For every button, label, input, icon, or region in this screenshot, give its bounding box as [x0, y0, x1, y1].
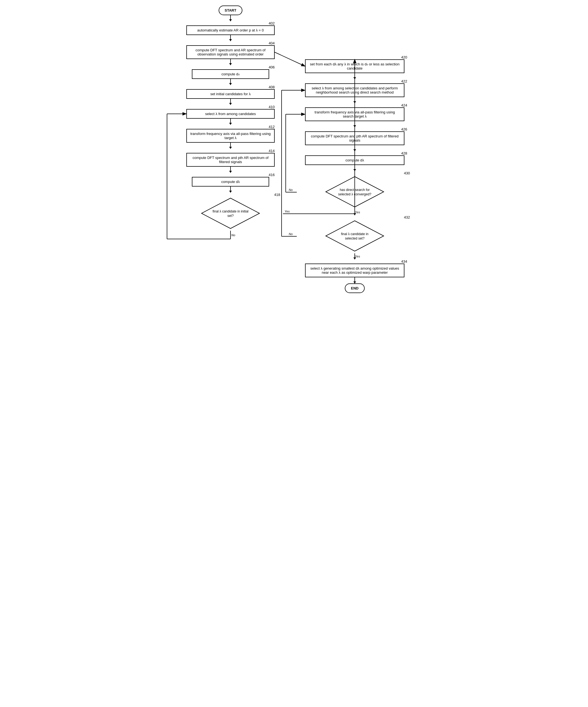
node-430: has direct search for selected λ converg… — [297, 175, 413, 209]
text-424: transform frequency axis via all-pass fi… — [315, 110, 395, 119]
text-414: compute DFT spectrum and pth AR spectrum… — [192, 156, 268, 164]
left-column: START 402 automatically estimate AR orde… — [178, 5, 283, 231]
label-422: 422 — [297, 79, 407, 83]
start-label: START — [225, 8, 236, 12]
process-422: select λ from among selection candidates… — [305, 83, 404, 97]
label-428: 428 — [297, 151, 407, 155]
node-422: select λ from among selection candidates… — [297, 83, 413, 97]
node-418: final λ candidate in initial set? — [178, 197, 283, 231]
right-column: 420 set from each dλ any λ in which is d… — [297, 55, 413, 293]
process-416: compute dλ — [192, 177, 269, 187]
label-410: 410 — [178, 105, 275, 109]
node-434: select λ generating smallest dλ among op… — [297, 264, 413, 277]
text-426: compute DFT spectrum and pth AR spectrum… — [311, 134, 399, 142]
node-406: compute d₀ — [178, 69, 283, 79]
process-406: compute d₀ — [192, 69, 269, 79]
label-402: 402 — [178, 21, 275, 25]
label-406: 406 — [178, 65, 275, 69]
process-412: transform frequency axis via all-pass fi… — [186, 129, 275, 143]
svg-text:No: No — [231, 233, 235, 237]
svg-text:Yes: Yes — [285, 210, 290, 213]
process-428: compute dλ — [305, 155, 404, 165]
text-432: final λ candidate in selected set? — [335, 232, 374, 241]
label-432: 432 — [297, 215, 410, 220]
text-430: has direct search for selected λ converg… — [335, 188, 374, 197]
process-414: compute DFT spectrum and pth AR spectrum… — [186, 153, 275, 167]
text-404: compute DFT spectrum and AR spectrum of … — [195, 48, 265, 56]
node-432: final λ candidate in selected set? — [297, 220, 413, 253]
start-node: START — [178, 5, 283, 15]
text-416: compute dλ — [221, 180, 240, 184]
label-420: 420 — [297, 55, 407, 59]
label-416: 416 — [178, 173, 275, 177]
node-424: transform frequency axis via all-pass fi… — [297, 107, 413, 121]
process-434: select λ generating smallest dλ among op… — [305, 264, 404, 277]
label-418: 418 — [178, 193, 280, 197]
node-404: compute DFT spectrum and AR spectrum of … — [178, 45, 283, 59]
text-406: compute d₀ — [221, 72, 240, 76]
label-404: 404 — [178, 41, 275, 45]
end-terminal: END — [345, 283, 364, 293]
label-414: 414 — [178, 149, 275, 153]
start-terminal: START — [219, 5, 242, 15]
label-408: 408 — [178, 85, 275, 89]
text-434: select λ generating smallest dλ among op… — [310, 266, 399, 275]
node-416: compute dλ — [178, 177, 283, 187]
text-410: select λ from among candidates — [205, 112, 256, 116]
text-428: compute dλ — [345, 158, 364, 162]
label-412: 412 — [178, 125, 275, 129]
text-412: transform frequency axis via all-pass fi… — [190, 132, 270, 140]
label-434: 434 — [297, 259, 407, 264]
node-402: automatically estimate AR order p at λ =… — [178, 25, 283, 35]
process-404: compute DFT spectrum and AR spectrum of … — [186, 45, 275, 59]
process-402: automatically estimate AR order p at λ =… — [186, 25, 275, 35]
node-408: set initial candidates for λ — [178, 89, 283, 99]
text-402: automatically estimate AR order p at λ =… — [197, 28, 264, 32]
text-408: set initial candidates for λ — [210, 92, 251, 96]
process-420: set from each dλ any λ in which is d₀ or… — [305, 59, 404, 73]
process-408: set initial candidates for λ — [186, 89, 275, 99]
text-422: select λ from among selection candidates… — [312, 86, 398, 94]
process-410: select λ from among candidates — [186, 109, 275, 119]
label-430: 430 — [297, 171, 410, 175]
label-426: 426 — [297, 127, 407, 131]
process-426: compute DFT spectrum and pth AR spectrum… — [305, 131, 404, 145]
svg-text:No: No — [289, 188, 293, 192]
node-420: set from each dλ any λ in which is d₀ or… — [297, 59, 413, 73]
node-410: select λ from among candidates — [178, 109, 283, 119]
node-412: transform frequency axis via all-pass fi… — [178, 129, 283, 143]
label-424: 424 — [297, 103, 407, 107]
node-426: compute DFT spectrum and pth AR spectrum… — [297, 131, 413, 145]
node-428: compute dλ — [297, 155, 413, 165]
process-424: transform frequency axis via all-pass fi… — [305, 107, 404, 121]
end-label: END — [351, 286, 358, 290]
end-node: END — [297, 283, 413, 293]
node-414: compute DFT spectrum and pth AR spectrum… — [178, 153, 283, 167]
text-420: set from each dλ any λ in which is d₀ or… — [310, 62, 399, 70]
text-418: final λ candidate in initial set? — [211, 209, 250, 218]
svg-text:No: No — [289, 232, 293, 236]
